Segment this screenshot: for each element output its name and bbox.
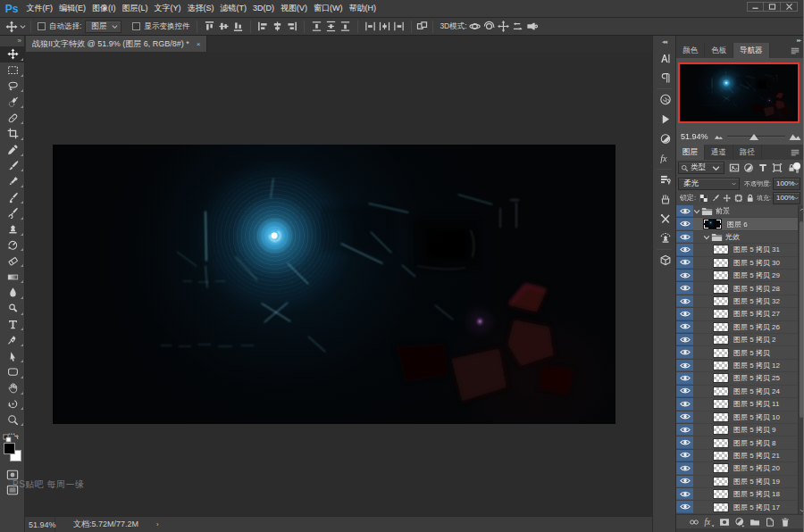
visibility-eye-toggle[interactable]: [676, 424, 693, 436]
visibility-eye-toggle[interactable]: [676, 346, 693, 358]
layer-name[interactable]: 图层 5 拷贝 9: [733, 425, 776, 435]
filter-frame-button[interactable]: [772, 162, 783, 173]
lock-all-button[interactable]: [746, 194, 755, 203]
layer-thumbnail-transparent[interactable]: [713, 245, 729, 254]
layer-group-row-前景[interactable]: 前景: [676, 205, 804, 218]
auto-select-dropdown[interactable]: 图层: [85, 21, 121, 33]
dist-top-button[interactable]: [311, 21, 322, 32]
layer-row-图层 6[interactable]: 图层 6: [676, 218, 804, 230]
layer-thumbnail-transparent[interactable]: [713, 438, 729, 448]
lock-position-button[interactable]: [723, 194, 732, 203]
visibility-eye-toggle[interactable]: [676, 308, 693, 320]
layer-thumbnail-transparent[interactable]: [713, 451, 729, 461]
layer-name[interactable]: 图层 5 拷贝 26: [733, 322, 780, 332]
layer-name[interactable]: 图层 5 拷贝 8: [733, 438, 776, 448]
layer-name[interactable]: 图层 5 拷贝 29: [733, 270, 780, 280]
scroll-down-arrow[interactable]: [799, 506, 804, 514]
menu-文件(F)[interactable]: 文件(F): [23, 0, 56, 17]
menu-滤镜(T)[interactable]: 滤镜(T): [217, 0, 250, 17]
panel-menu-icon[interactable]: [791, 47, 800, 54]
layer-row-图层 5 拷贝 8[interactable]: 图层 5 拷贝 8: [676, 436, 804, 449]
visibility-eye-toggle[interactable]: [676, 450, 693, 461]
layer-row-图层 5 拷贝 11[interactable]: 图层 5 拷贝 11: [676, 398, 804, 411]
slide-3d-button[interactable]: [512, 21, 523, 32]
layer-name[interactable]: 图层 5 拷贝 20: [733, 463, 780, 473]
visibility-eye-toggle[interactable]: [676, 282, 693, 294]
layer-thumbnail[interactable]: [703, 219, 722, 229]
delete-layer-button[interactable]: [780, 517, 791, 528]
filter-type-dropdown[interactable]: 类型: [678, 162, 724, 174]
canvas-area[interactable]: [25, 52, 652, 516]
menu-文字(Y)[interactable]: 文字(Y): [151, 0, 184, 17]
filter-adjustment-button[interactable]: [743, 162, 754, 173]
history-brush-tool[interactable]: [0, 237, 25, 254]
layer-thumbnail-transparent[interactable]: [713, 270, 729, 280]
layer-name[interactable]: 图层 5 拷贝 10: [733, 412, 780, 422]
actions-panel-button[interactable]: [653, 109, 677, 129]
mixer-brush-tool[interactable]: [0, 189, 25, 205]
roll-3d-button[interactable]: [483, 21, 495, 32]
layer-name[interactable]: 图层 5 拷贝 30: [733, 258, 780, 268]
new-layer-button[interactable]: [765, 517, 775, 528]
layer-thumbnail-transparent[interactable]: [713, 361, 729, 370]
tab-图层[interactable]: 图层: [676, 145, 705, 160]
hand-tool[interactable]: [0, 380, 25, 396]
layer-thumbnail-transparent[interactable]: [713, 503, 729, 512]
layer-thumbnail-transparent[interactable]: [713, 489, 729, 499]
visibility-eye-toggle[interactable]: [676, 411, 693, 423]
layer-name[interactable]: 图层 5 拷贝 2: [733, 335, 776, 345]
dist-hcenter-button[interactable]: [379, 21, 390, 32]
layer-row-图层 5 拷贝 31[interactable]: 图层 5 拷贝 31: [676, 244, 804, 256]
layer-row-图层 5 拷贝 20[interactable]: 图层 5 拷贝 20: [676, 462, 804, 475]
new-group-button[interactable]: [750, 517, 760, 528]
tab-路径[interactable]: 路径: [733, 145, 762, 160]
layer-row-图层 5 拷贝[interactable]: 图层 5 拷贝: [676, 346, 804, 359]
rotate-view-tool[interactable]: [0, 396, 25, 412]
layer-thumbnail-transparent[interactable]: [713, 322, 729, 332]
navigator-zoom-field[interactable]: 51.94%: [678, 132, 710, 141]
tab-色板[interactable]: 色板: [705, 43, 733, 58]
lasso-tool[interactable]: [0, 79, 25, 95]
group-expand-chevron[interactable]: [693, 208, 700, 215]
layer-row-图层 5 拷贝 29[interactable]: 图层 5 拷贝 29: [676, 270, 804, 282]
new-adjustment-button[interactable]: [734, 517, 745, 528]
visibility-eye-toggle[interactable]: [676, 321, 693, 333]
zoom-3d-button[interactable]: [526, 21, 538, 32]
layer-thumbnail-transparent[interactable]: [713, 373, 729, 383]
layer-row-图层 5 拷贝 27[interactable]: 图层 5 拷贝 27: [676, 308, 804, 320]
group-expand-chevron[interactable]: [703, 234, 710, 241]
clone-stamp-tool[interactable]: [0, 221, 25, 237]
layer-name[interactable]: 光效: [725, 232, 740, 242]
layer-thumbnail-transparent[interactable]: [713, 258, 729, 268]
layer-name[interactable]: 图层 6: [727, 220, 748, 229]
art-history-brush-tool[interactable]: [0, 205, 25, 221]
layer-thumbnail-transparent[interactable]: [713, 335, 729, 345]
layer-row-图层 5 拷贝 17[interactable]: 图层 5 拷贝 17: [676, 501, 804, 513]
layer-thumbnail-transparent[interactable]: [713, 463, 729, 473]
shape-tool[interactable]: [0, 364, 25, 380]
visibility-eye-toggle[interactable]: [676, 334, 693, 345]
menu-编辑(E)[interactable]: 编辑(E): [56, 0, 89, 17]
lock-pixels-button[interactable]: [711, 194, 720, 203]
layer-row-图层 5 拷贝 26[interactable]: 图层 5 拷贝 26: [676, 321, 804, 334]
navigator-proxy-view[interactable]: [678, 62, 800, 123]
layer-thumbnail-transparent[interactable]: [713, 284, 729, 294]
layer-row-图层 5 拷贝 32[interactable]: 图层 5 拷贝 32: [676, 295, 804, 308]
tool-presets-panel-button[interactable]: [653, 209, 677, 229]
layer-mask-button[interactable]: [719, 517, 730, 528]
menu-帮助(H)[interactable]: 帮助(H): [346, 0, 380, 17]
visibility-eye-toggle[interactable]: [676, 436, 693, 448]
quick-select-tool[interactable]: [0, 94, 25, 110]
dist-bottom-button[interactable]: [339, 21, 351, 32]
align-top-button[interactable]: [204, 21, 215, 32]
default-colors-icon[interactable]: [3, 434, 22, 443]
layer-row-图层 5 拷贝 19[interactable]: 图层 5 拷贝 19: [676, 476, 804, 488]
marquee-tool[interactable]: [0, 62, 25, 79]
visibility-eye-toggle[interactable]: [676, 462, 693, 474]
orbit-3d-button[interactable]: [469, 21, 481, 32]
blur-tool[interactable]: [0, 285, 25, 301]
visibility-eye-toggle[interactable]: [676, 398, 693, 410]
layer-row-图层 5 拷贝 12[interactable]: 图层 5 拷贝 12: [676, 360, 804, 372]
menu-窗口(W)[interactable]: 窗口(W): [311, 0, 347, 17]
link-layers-button[interactable]: [689, 517, 699, 528]
